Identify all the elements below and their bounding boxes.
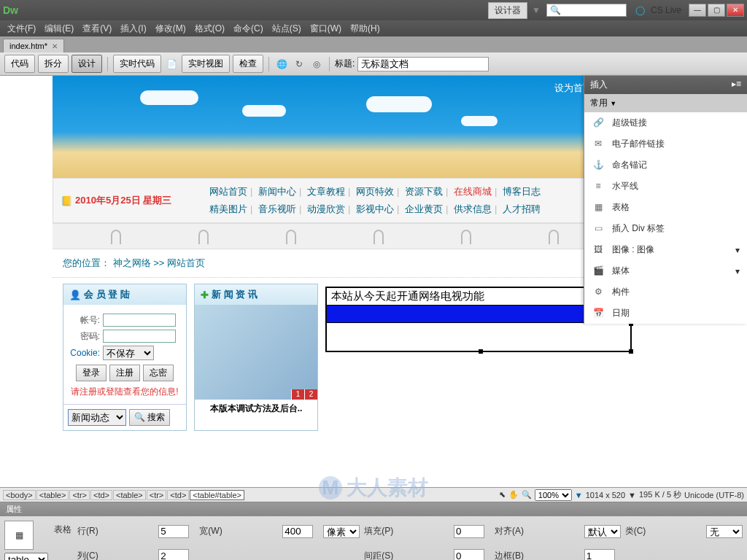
tag-tr1[interactable]: <tr> xyxy=(69,490,90,500)
designer-label[interactable]: 设计器 xyxy=(488,2,527,19)
tag-table1[interactable]: <table> xyxy=(36,490,69,500)
insert-image[interactable]: 🖼图像 : 图像▾ xyxy=(584,239,747,260)
pointer-icon[interactable]: ⬉ xyxy=(499,490,506,499)
tag-table2[interactable]: <table> xyxy=(113,490,146,500)
nav-jobs[interactable]: 人才招聘 xyxy=(503,203,541,214)
maximize-button[interactable]: ▢ xyxy=(708,4,725,17)
nav-home[interactable]: 网站首页 xyxy=(209,186,247,197)
media-icon: 🎬 xyxy=(592,265,605,277)
search-button[interactable]: 🔍 搜索 xyxy=(129,409,170,426)
table-id-select[interactable]: table xyxy=(4,553,48,560)
nav-yellow[interactable]: 企业黄页 xyxy=(405,203,443,214)
split-view-button[interactable]: 拆分 xyxy=(38,55,69,73)
login-button[interactable]: 登录 xyxy=(76,365,107,381)
close-button[interactable]: ✕ xyxy=(727,4,744,17)
tag-td2[interactable]: <td> xyxy=(167,490,189,500)
refresh-icon[interactable]: ↻ xyxy=(292,57,306,71)
account-input[interactable] xyxy=(103,314,176,327)
insert-date[interactable]: 📅日期 xyxy=(584,303,747,324)
code-view-button[interactable]: 代码 xyxy=(4,55,35,73)
tag-selector: <body><table><tr><td><table><tr><td><tab… xyxy=(0,487,747,502)
menu-commands[interactable]: 命令(C) xyxy=(229,21,268,36)
news-page-2[interactable]: 2 xyxy=(304,389,317,400)
div-icon: ▭ xyxy=(592,223,605,235)
rows-input[interactable] xyxy=(158,525,189,538)
hand-icon[interactable]: ✋ xyxy=(508,490,519,499)
menu-help[interactable]: 帮助(H) xyxy=(346,21,384,36)
title-input[interactable] xyxy=(357,57,489,71)
tag-tr2[interactable]: <tr> xyxy=(147,490,167,500)
liveview-button[interactable]: 实时视图 xyxy=(182,55,230,73)
insert-hr[interactable]: ≡水平线 xyxy=(584,176,747,197)
insert-media[interactable]: 🎬媒体▾ xyxy=(584,260,747,281)
zoom-select[interactable]: 100% xyxy=(535,489,572,501)
crumb-site[interactable]: 神之网络 xyxy=(113,257,151,268)
panel-menu-icon[interactable]: ▸≡ xyxy=(732,79,741,91)
menu-view[interactable]: 查看(V) xyxy=(78,21,116,36)
globe-icon[interactable]: 🌐 xyxy=(274,57,289,71)
inspect-icon[interactable]: 📄 xyxy=(164,57,179,71)
nav-news[interactable]: 新闻中心 xyxy=(258,186,296,197)
zoom-icon[interactable]: 🔍 xyxy=(522,490,532,499)
menu-window[interactable]: 窗口(W) xyxy=(306,21,346,36)
nav-video[interactable]: 影视中心 xyxy=(356,203,394,214)
nav-music[interactable]: 音乐视听 xyxy=(258,203,296,214)
menu-site[interactable]: 站点(S) xyxy=(268,21,306,36)
document-tab[interactable]: index.htm* ✕ xyxy=(3,39,64,52)
design-view-button[interactable]: 设计 xyxy=(71,55,102,73)
nav-download[interactable]: 资源下载 xyxy=(405,186,443,197)
spacing-input[interactable] xyxy=(454,549,484,560)
nav-blog[interactable]: 博客日志 xyxy=(503,186,541,197)
document-toolbar: 代码 拆分 设计 实时代码 📄 实时视图 检查 🌐 ↻ ◎ 标题: xyxy=(0,52,747,76)
nav-effects[interactable]: 网页特效 xyxy=(356,186,394,197)
register-button[interactable]: 注册 xyxy=(109,365,140,381)
search-category[interactable]: 新闻动态 xyxy=(68,409,126,426)
cookie-select[interactable]: 不保存 xyxy=(103,346,154,360)
nav-icon[interactable]: ◎ xyxy=(309,57,324,71)
insert-category[interactable]: 常用 ▼ xyxy=(584,94,747,112)
tab-close-icon[interactable]: ✕ xyxy=(52,42,58,50)
insert-email[interactable]: ✉电子邮件链接 xyxy=(584,133,747,155)
table-icon: ▦ xyxy=(592,202,605,214)
width-input[interactable] xyxy=(282,525,313,538)
menu-insert[interactable]: 插入(I) xyxy=(116,21,150,36)
align-select[interactable]: 默认 xyxy=(584,525,621,538)
border-input[interactable] xyxy=(584,549,615,560)
email-icon: ✉ xyxy=(592,139,605,150)
gear-icon: ⚙ xyxy=(592,287,605,298)
menubar: 文件(F) 编辑(E) 查看(V) 插入(I) 修改(M) 格式(O) 命令(C… xyxy=(0,20,747,36)
news-page-1[interactable]: 1 xyxy=(291,389,304,400)
app-logo: Dw xyxy=(3,4,20,16)
insert-hyperlink[interactable]: 🔗超级链接 xyxy=(584,112,747,133)
cols-input[interactable] xyxy=(158,549,189,560)
menu-format[interactable]: 格式(O) xyxy=(190,21,229,36)
menu-modify[interactable]: 修改(M) xyxy=(151,21,190,36)
insert-table[interactable]: ▦表格 xyxy=(584,197,747,218)
insert-div[interactable]: ▭插入 Div 标签 xyxy=(584,218,747,239)
prop-label: 表格 xyxy=(54,524,71,534)
tag-body[interactable]: <body> xyxy=(3,490,36,500)
date-display: 📒 2010年5月25日 星期三 xyxy=(61,194,206,207)
class-select[interactable]: 无 xyxy=(706,525,743,538)
tag-td1[interactable]: <td> xyxy=(90,490,112,500)
password-input[interactable] xyxy=(103,330,176,343)
insert-widget[interactable]: ⚙构件 xyxy=(584,281,747,303)
minimize-button[interactable]: — xyxy=(689,4,706,17)
unit-select[interactable]: 像素 xyxy=(323,525,360,538)
nav-shop[interactable]: 在线商城 xyxy=(454,186,492,197)
menu-edit[interactable]: 编辑(E) xyxy=(40,21,78,36)
insert-anchor[interactable]: ⚓命名锚记 xyxy=(584,155,747,176)
tag-table-selected[interactable]: <table#table> xyxy=(190,490,244,500)
global-search[interactable]: 🔍 xyxy=(546,4,627,17)
forgot-button[interactable]: 忘密 xyxy=(143,365,174,381)
crumb-page[interactable]: 网站首页 xyxy=(167,257,205,268)
inspect-button[interactable]: 检查 xyxy=(233,55,263,73)
padding-input[interactable] xyxy=(454,525,484,538)
cslive-button[interactable]: CS Live xyxy=(651,5,681,15)
nav-articles[interactable]: 文章教程 xyxy=(307,186,345,197)
menu-file[interactable]: 文件(F) xyxy=(3,21,40,36)
livecode-button[interactable]: 实时代码 xyxy=(113,55,161,73)
nav-pics[interactable]: 精美图片 xyxy=(209,203,247,214)
nav-supply[interactable]: 供求信息 xyxy=(454,203,492,214)
nav-anime[interactable]: 动漫欣赏 xyxy=(307,203,345,214)
